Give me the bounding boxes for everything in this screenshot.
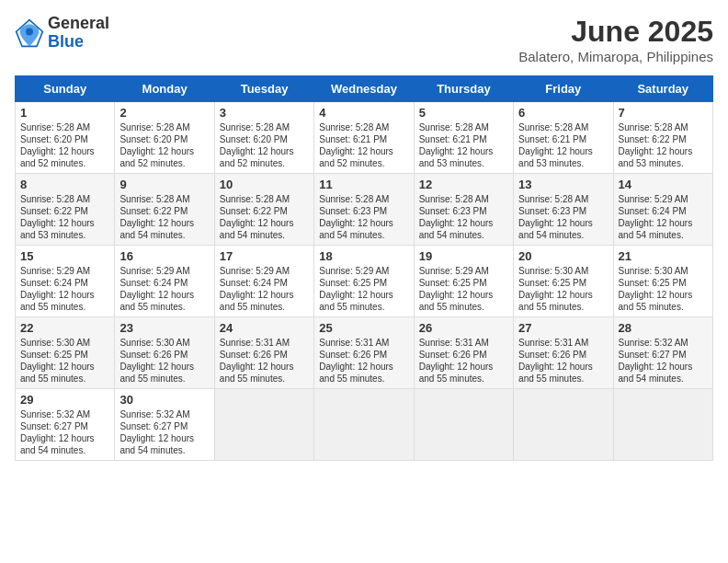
day-number: 5	[419, 106, 508, 120]
day-info-line: Daylight: 12 hours	[20, 361, 109, 373]
day-info-line: Sunrise: 5:28 AM	[518, 193, 608, 205]
day-info-line: Sunset: 6:26 PM	[319, 349, 408, 361]
day-info-line: Sunrise: 5:32 AM	[20, 408, 109, 420]
day-info-line: and 55 minutes.	[518, 373, 608, 385]
day-number: 24	[220, 321, 309, 335]
day-info-line: and 55 minutes.	[619, 301, 708, 313]
day-info-line: Sunrise: 5:28 AM	[119, 121, 209, 133]
day-number: 17	[220, 249, 309, 263]
day-info-line: Sunset: 6:24 PM	[220, 277, 309, 289]
day-info-line: Daylight: 12 hours	[419, 289, 508, 301]
day-info-line: Sunset: 6:25 PM	[619, 277, 708, 289]
calendar-cell: 22Sunrise: 5:30 AMSunset: 6:25 PMDayligh…	[16, 317, 115, 389]
day-info-line: Sunrise: 5:32 AM	[119, 408, 209, 420]
calendar-table: SundayMondayTuesdayWednesdayThursdayFrid…	[15, 75, 713, 461]
day-info-line: and 55 minutes.	[20, 373, 109, 385]
day-info-line: Sunrise: 5:32 AM	[619, 337, 708, 349]
calendar-cell: 3Sunrise: 5:28 AMSunset: 6:20 PMDaylight…	[214, 102, 313, 174]
day-info-line: Daylight: 12 hours	[419, 361, 508, 373]
calendar-cell: 20Sunrise: 5:30 AMSunset: 6:25 PMDayligh…	[514, 246, 613, 317]
weekday-header-friday: Friday	[514, 76, 613, 102]
calendar-week-row: 1Sunrise: 5:28 AMSunset: 6:20 PMDaylight…	[16, 102, 713, 174]
calendar-week-row: 15Sunrise: 5:29 AMSunset: 6:24 PMDayligh…	[16, 246, 713, 317]
day-info-line: Sunset: 6:21 PM	[419, 133, 508, 145]
day-info-line: Sunrise: 5:31 AM	[518, 337, 608, 349]
calendar-cell: 7Sunrise: 5:28 AMSunset: 6:22 PMDaylight…	[613, 102, 712, 174]
calendar-cell: 1Sunrise: 5:28 AMSunset: 6:20 PMDaylight…	[16, 102, 115, 174]
day-info-line: and 55 minutes.	[20, 301, 109, 313]
calendar-cell: 14Sunrise: 5:29 AMSunset: 6:24 PMDayligh…	[613, 174, 712, 246]
day-info-line: Sunrise: 5:28 AM	[220, 121, 309, 133]
day-info-line: and 52 minutes.	[20, 157, 109, 169]
calendar-cell: 9Sunrise: 5:28 AMSunset: 6:22 PMDaylight…	[115, 174, 214, 246]
day-info-line: Sunset: 6:24 PM	[20, 277, 109, 289]
day-info-line: Sunrise: 5:29 AM	[319, 265, 408, 277]
calendar-cell: 19Sunrise: 5:29 AMSunset: 6:25 PMDayligh…	[414, 246, 513, 317]
day-info-line: and 55 minutes.	[518, 301, 608, 313]
calendar-cell: 29Sunrise: 5:32 AMSunset: 6:27 PMDayligh…	[16, 389, 115, 461]
day-info-line: Daylight: 12 hours	[319, 361, 408, 373]
day-info-line: Daylight: 12 hours	[619, 217, 708, 229]
title-area: June 2025 Balatero, Mimaropa, Philippine…	[518, 15, 713, 64]
day-info-line: Daylight: 12 hours	[319, 145, 408, 157]
day-info-line: Daylight: 12 hours	[119, 217, 209, 229]
day-info-line: and 53 minutes.	[419, 157, 508, 169]
day-info-line: and 54 minutes.	[419, 229, 508, 241]
day-number: 20	[518, 249, 608, 263]
day-info-line: Sunset: 6:24 PM	[619, 205, 708, 217]
calendar-cell	[214, 389, 313, 461]
calendar-cell: 12Sunrise: 5:28 AMSunset: 6:23 PMDayligh…	[414, 174, 513, 246]
header: General Blue June 2025 Balatero, Mimarop…	[15, 15, 713, 64]
day-info-line: and 55 minutes.	[220, 373, 309, 385]
day-info-line: Sunrise: 5:29 AM	[419, 265, 508, 277]
day-info-line: Sunset: 6:20 PM	[119, 133, 209, 145]
day-number: 27	[518, 321, 608, 335]
day-number: 13	[518, 178, 608, 191]
day-info-line: and 53 minutes.	[20, 229, 109, 241]
weekday-header-saturday: Saturday	[613, 76, 712, 102]
logo-text: General Blue	[48, 15, 109, 52]
day-info-line: Daylight: 12 hours	[419, 217, 508, 229]
day-number: 7	[619, 106, 708, 120]
day-info-line: Sunrise: 5:28 AM	[419, 193, 508, 205]
calendar-cell: 11Sunrise: 5:28 AMSunset: 6:23 PMDayligh…	[314, 174, 414, 246]
weekday-header-row: SundayMondayTuesdayWednesdayThursdayFrid…	[16, 76, 713, 102]
day-info-line: Daylight: 12 hours	[220, 145, 309, 157]
day-info-line: Sunset: 6:25 PM	[319, 277, 408, 289]
day-info-line: and 55 minutes.	[119, 301, 209, 313]
calendar-cell: 24Sunrise: 5:31 AMSunset: 6:26 PMDayligh…	[214, 317, 313, 389]
weekday-header-monday: Monday	[115, 76, 214, 102]
day-info-line: Daylight: 12 hours	[518, 217, 608, 229]
day-info-line: Daylight: 12 hours	[518, 145, 608, 157]
day-number: 9	[119, 178, 209, 191]
svg-point-2	[26, 28, 33, 35]
day-info-line: and 54 minutes.	[619, 373, 708, 385]
day-info-line: Daylight: 12 hours	[518, 361, 608, 373]
day-info-line: Sunset: 6:26 PM	[518, 349, 608, 361]
day-info-line: Sunrise: 5:31 AM	[419, 337, 508, 349]
calendar-header: SundayMondayTuesdayWednesdayThursdayFrid…	[16, 76, 713, 102]
day-info-line: Sunrise: 5:29 AM	[119, 265, 209, 277]
weekday-header-tuesday: Tuesday	[214, 76, 313, 102]
day-info-line: Sunset: 6:27 PM	[20, 420, 109, 432]
day-info-line: Sunset: 6:26 PM	[419, 349, 508, 361]
logo-general-text: General	[48, 15, 109, 33]
calendar-cell: 23Sunrise: 5:30 AMSunset: 6:26 PMDayligh…	[115, 317, 214, 389]
day-number: 12	[419, 178, 508, 191]
day-info-line: Sunset: 6:21 PM	[518, 133, 608, 145]
day-info-line: Sunrise: 5:30 AM	[20, 337, 109, 349]
day-info-line: Daylight: 12 hours	[319, 289, 408, 301]
calendar-week-row: 22Sunrise: 5:30 AMSunset: 6:25 PMDayligh…	[16, 317, 713, 389]
logo-icon	[15, 18, 44, 48]
day-info-line: Sunset: 6:23 PM	[518, 205, 608, 217]
day-info-line: Sunset: 6:24 PM	[119, 277, 209, 289]
calendar-body: 1Sunrise: 5:28 AMSunset: 6:20 PMDaylight…	[16, 102, 713, 461]
day-info-line: Sunset: 6:22 PM	[20, 205, 109, 217]
day-info-line: Daylight: 12 hours	[619, 289, 708, 301]
day-info-line: Sunrise: 5:28 AM	[119, 193, 209, 205]
weekday-header-thursday: Thursday	[414, 76, 513, 102]
day-info-line: Sunset: 6:25 PM	[20, 349, 109, 361]
day-info-line: Daylight: 12 hours	[220, 289, 309, 301]
calendar-cell: 4Sunrise: 5:28 AMSunset: 6:21 PMDaylight…	[314, 102, 414, 174]
day-number: 10	[220, 178, 309, 191]
